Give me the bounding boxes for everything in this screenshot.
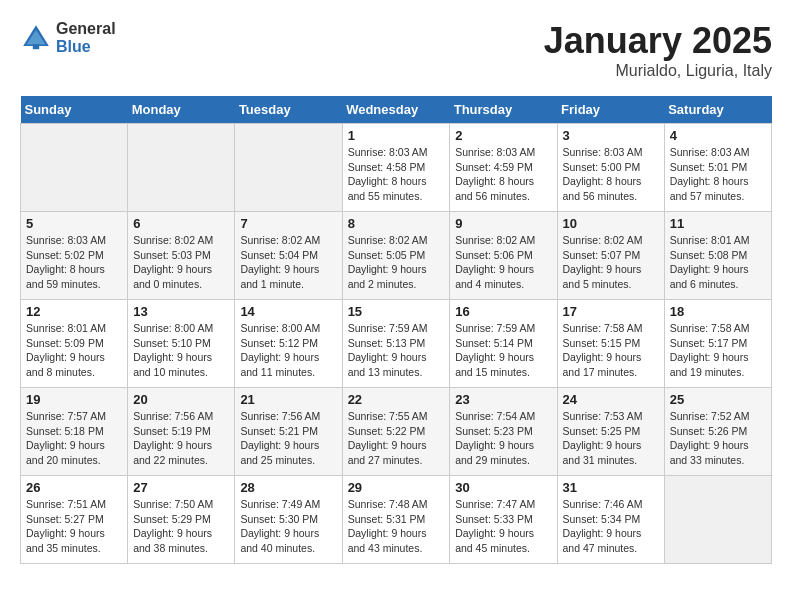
day-number: 12 — [26, 304, 122, 319]
calendar-cell: 9Sunrise: 8:02 AM Sunset: 5:06 PM Daylig… — [450, 212, 557, 300]
calendar-cell: 13Sunrise: 8:00 AM Sunset: 5:10 PM Dayli… — [128, 300, 235, 388]
svg-rect-2 — [33, 44, 39, 49]
day-number: 2 — [455, 128, 551, 143]
logo: General Blue — [20, 20, 116, 55]
day-info: Sunrise: 7:58 AM Sunset: 5:17 PM Dayligh… — [670, 321, 766, 380]
day-number: 16 — [455, 304, 551, 319]
logo-blue-text: Blue — [56, 38, 116, 56]
calendar-cell — [235, 124, 342, 212]
header-row: SundayMondayTuesdayWednesdayThursdayFrid… — [21, 96, 772, 124]
day-info: Sunrise: 7:56 AM Sunset: 5:19 PM Dayligh… — [133, 409, 229, 468]
calendar-cell: 14Sunrise: 8:00 AM Sunset: 5:12 PM Dayli… — [235, 300, 342, 388]
logo-icon — [20, 22, 52, 54]
day-number: 13 — [133, 304, 229, 319]
day-info: Sunrise: 7:46 AM Sunset: 5:34 PM Dayligh… — [563, 497, 659, 556]
day-number: 28 — [240, 480, 336, 495]
calendar-cell: 26Sunrise: 7:51 AM Sunset: 5:27 PM Dayli… — [21, 476, 128, 564]
day-info: Sunrise: 8:02 AM Sunset: 5:03 PM Dayligh… — [133, 233, 229, 292]
header-cell-wednesday: Wednesday — [342, 96, 450, 124]
day-info: Sunrise: 8:02 AM Sunset: 5:05 PM Dayligh… — [348, 233, 445, 292]
day-info: Sunrise: 7:54 AM Sunset: 5:23 PM Dayligh… — [455, 409, 551, 468]
calendar-cell: 4Sunrise: 8:03 AM Sunset: 5:01 PM Daylig… — [664, 124, 771, 212]
calendar-cell: 21Sunrise: 7:56 AM Sunset: 5:21 PM Dayli… — [235, 388, 342, 476]
calendar-cell: 6Sunrise: 8:02 AM Sunset: 5:03 PM Daylig… — [128, 212, 235, 300]
day-info: Sunrise: 8:00 AM Sunset: 5:12 PM Dayligh… — [240, 321, 336, 380]
day-number: 14 — [240, 304, 336, 319]
logo-general-text: General — [56, 20, 116, 38]
day-number: 20 — [133, 392, 229, 407]
day-info: Sunrise: 7:47 AM Sunset: 5:33 PM Dayligh… — [455, 497, 551, 556]
day-info: Sunrise: 7:50 AM Sunset: 5:29 PM Dayligh… — [133, 497, 229, 556]
day-number: 31 — [563, 480, 659, 495]
day-info: Sunrise: 8:02 AM Sunset: 5:06 PM Dayligh… — [455, 233, 551, 292]
day-info: Sunrise: 7:59 AM Sunset: 5:13 PM Dayligh… — [348, 321, 445, 380]
day-number: 11 — [670, 216, 766, 231]
day-info: Sunrise: 7:49 AM Sunset: 5:30 PM Dayligh… — [240, 497, 336, 556]
calendar-cell: 8Sunrise: 8:02 AM Sunset: 5:05 PM Daylig… — [342, 212, 450, 300]
calendar-cell: 7Sunrise: 8:02 AM Sunset: 5:04 PM Daylig… — [235, 212, 342, 300]
calendar-cell: 15Sunrise: 7:59 AM Sunset: 5:13 PM Dayli… — [342, 300, 450, 388]
calendar-cell: 31Sunrise: 7:46 AM Sunset: 5:34 PM Dayli… — [557, 476, 664, 564]
calendar-cell: 11Sunrise: 8:01 AM Sunset: 5:08 PM Dayli… — [664, 212, 771, 300]
week-row-1: 1Sunrise: 8:03 AM Sunset: 4:58 PM Daylig… — [21, 124, 772, 212]
day-info: Sunrise: 7:57 AM Sunset: 5:18 PM Dayligh… — [26, 409, 122, 468]
week-row-5: 26Sunrise: 7:51 AM Sunset: 5:27 PM Dayli… — [21, 476, 772, 564]
day-info: Sunrise: 7:53 AM Sunset: 5:25 PM Dayligh… — [563, 409, 659, 468]
calendar-cell: 29Sunrise: 7:48 AM Sunset: 5:31 PM Dayli… — [342, 476, 450, 564]
title-area: January 2025 Murialdo, Liguria, Italy — [544, 20, 772, 80]
calendar-cell: 22Sunrise: 7:55 AM Sunset: 5:22 PM Dayli… — [342, 388, 450, 476]
calendar-cell — [21, 124, 128, 212]
calendar-cell: 1Sunrise: 8:03 AM Sunset: 4:58 PM Daylig… — [342, 124, 450, 212]
day-number: 6 — [133, 216, 229, 231]
day-number: 21 — [240, 392, 336, 407]
day-number: 15 — [348, 304, 445, 319]
week-row-2: 5Sunrise: 8:03 AM Sunset: 5:02 PM Daylig… — [21, 212, 772, 300]
week-row-4: 19Sunrise: 7:57 AM Sunset: 5:18 PM Dayli… — [21, 388, 772, 476]
day-number: 27 — [133, 480, 229, 495]
day-number: 22 — [348, 392, 445, 407]
calendar-cell: 5Sunrise: 8:03 AM Sunset: 5:02 PM Daylig… — [21, 212, 128, 300]
week-row-3: 12Sunrise: 8:01 AM Sunset: 5:09 PM Dayli… — [21, 300, 772, 388]
day-number: 18 — [670, 304, 766, 319]
calendar-cell: 20Sunrise: 7:56 AM Sunset: 5:19 PM Dayli… — [128, 388, 235, 476]
calendar-cell: 19Sunrise: 7:57 AM Sunset: 5:18 PM Dayli… — [21, 388, 128, 476]
calendar-cell: 27Sunrise: 7:50 AM Sunset: 5:29 PM Dayli… — [128, 476, 235, 564]
day-info: Sunrise: 7:58 AM Sunset: 5:15 PM Dayligh… — [563, 321, 659, 380]
calendar-cell: 18Sunrise: 7:58 AM Sunset: 5:17 PM Dayli… — [664, 300, 771, 388]
month-title: January 2025 — [544, 20, 772, 62]
day-info: Sunrise: 8:03 AM Sunset: 5:01 PM Dayligh… — [670, 145, 766, 204]
calendar-cell: 16Sunrise: 7:59 AM Sunset: 5:14 PM Dayli… — [450, 300, 557, 388]
calendar-cell: 2Sunrise: 8:03 AM Sunset: 4:59 PM Daylig… — [450, 124, 557, 212]
day-info: Sunrise: 8:03 AM Sunset: 4:59 PM Dayligh… — [455, 145, 551, 204]
calendar-cell: 17Sunrise: 7:58 AM Sunset: 5:15 PM Dayli… — [557, 300, 664, 388]
day-info: Sunrise: 8:01 AM Sunset: 5:08 PM Dayligh… — [670, 233, 766, 292]
header-cell-monday: Monday — [128, 96, 235, 124]
day-info: Sunrise: 7:51 AM Sunset: 5:27 PM Dayligh… — [26, 497, 122, 556]
calendar-cell: 3Sunrise: 8:03 AM Sunset: 5:00 PM Daylig… — [557, 124, 664, 212]
calendar-cell — [128, 124, 235, 212]
header-cell-tuesday: Tuesday — [235, 96, 342, 124]
day-number: 17 — [563, 304, 659, 319]
day-info: Sunrise: 8:00 AM Sunset: 5:10 PM Dayligh… — [133, 321, 229, 380]
logo-text: General Blue — [56, 20, 116, 55]
day-info: Sunrise: 7:59 AM Sunset: 5:14 PM Dayligh… — [455, 321, 551, 380]
day-number: 1 — [348, 128, 445, 143]
day-info: Sunrise: 8:03 AM Sunset: 4:58 PM Dayligh… — [348, 145, 445, 204]
calendar-cell — [664, 476, 771, 564]
header-cell-saturday: Saturday — [664, 96, 771, 124]
day-info: Sunrise: 8:02 AM Sunset: 5:07 PM Dayligh… — [563, 233, 659, 292]
day-info: Sunrise: 7:48 AM Sunset: 5:31 PM Dayligh… — [348, 497, 445, 556]
day-number: 30 — [455, 480, 551, 495]
day-number: 7 — [240, 216, 336, 231]
day-number: 26 — [26, 480, 122, 495]
day-number: 25 — [670, 392, 766, 407]
day-info: Sunrise: 7:52 AM Sunset: 5:26 PM Dayligh… — [670, 409, 766, 468]
calendar-cell: 30Sunrise: 7:47 AM Sunset: 5:33 PM Dayli… — [450, 476, 557, 564]
location-title: Murialdo, Liguria, Italy — [544, 62, 772, 80]
day-info: Sunrise: 8:03 AM Sunset: 5:00 PM Dayligh… — [563, 145, 659, 204]
day-info: Sunrise: 8:02 AM Sunset: 5:04 PM Dayligh… — [240, 233, 336, 292]
calendar-header: SundayMondayTuesdayWednesdayThursdayFrid… — [21, 96, 772, 124]
header-cell-sunday: Sunday — [21, 96, 128, 124]
day-number: 19 — [26, 392, 122, 407]
day-info: Sunrise: 8:03 AM Sunset: 5:02 PM Dayligh… — [26, 233, 122, 292]
